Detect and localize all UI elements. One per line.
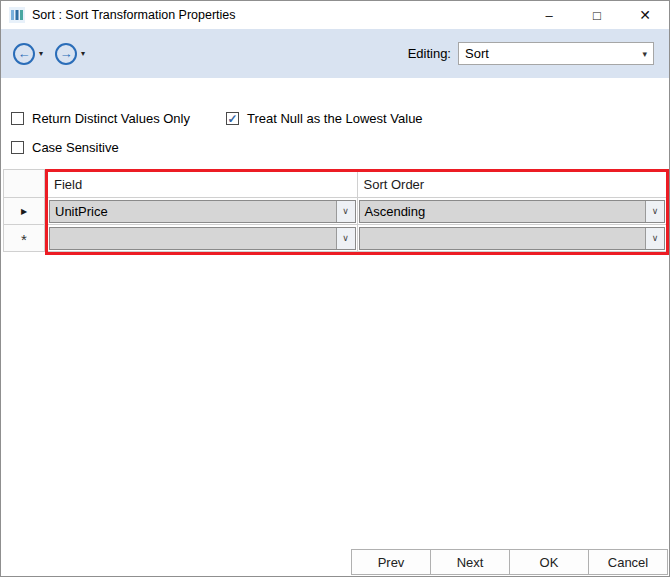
app-icon	[9, 7, 25, 23]
close-button[interactable]: ✕	[621, 1, 669, 29]
chevron-down-icon: ▾	[642, 49, 647, 59]
grid-new-row: ∨ ∨	[48, 225, 666, 252]
maximize-button[interactable]: □	[573, 1, 621, 29]
current-row-marker-icon: ▶	[21, 207, 27, 216]
checkbox-box[interactable]	[11, 141, 24, 154]
forward-arrow-icon: →	[60, 47, 73, 60]
back-arrow-icon: ←	[18, 47, 31, 60]
treat-null-label: Treat Null as the Lowest Value	[247, 111, 423, 126]
forward-dropdown-caret-icon[interactable]: ▾	[81, 49, 85, 58]
ok-button[interactable]: OK	[509, 549, 589, 575]
field-cell-row1: UnitPrice ∨	[48, 198, 358, 225]
editing-label: Editing:	[408, 46, 451, 61]
sort-order-cell-row2: ∨	[358, 225, 667, 252]
case-sensitive-label: Case Sensitive	[32, 140, 119, 155]
editing-combobox-value: Sort	[465, 46, 489, 61]
row-selector-column: ▶ *	[3, 169, 45, 252]
return-distinct-label: Return Distinct Values Only	[32, 111, 190, 126]
forward-button[interactable]: →	[55, 43, 77, 65]
editing-combobox[interactable]: Sort ▾	[458, 42, 654, 65]
editing-group: Editing: Sort ▾	[408, 42, 657, 65]
titlebar: Sort : Sort Transformation Properties – …	[1, 1, 669, 29]
sort-order-cell-row1: Ascending ∨	[358, 198, 667, 225]
case-sensitive-checkbox[interactable]: Case Sensitive	[11, 140, 119, 155]
minimize-button[interactable]: –	[525, 1, 573, 29]
grid-corner-cell[interactable]	[3, 169, 45, 198]
sort-order-combo-row1-value: Ascending	[360, 204, 646, 219]
navigation-group: ← ▾ → ▾	[13, 43, 97, 65]
back-dropdown-caret-icon[interactable]: ▾	[39, 49, 43, 58]
checkbox-box[interactable]	[11, 112, 24, 125]
field-combo-row1[interactable]: UnitPrice ∨	[49, 200, 356, 223]
sort-order-combo-row2[interactable]: ∨	[359, 227, 666, 250]
sort-order-combo-row1[interactable]: Ascending ∨	[359, 200, 666, 223]
field-cell-row2: ∨	[48, 225, 358, 252]
column-header-sort-order[interactable]: Sort Order	[358, 172, 667, 198]
dropdown-arrow-icon[interactable]: ∨	[336, 228, 355, 249]
dropdown-arrow-icon[interactable]: ∨	[336, 201, 355, 222]
new-row-marker-icon: *	[21, 231, 27, 248]
return-distinct-checkbox[interactable]: Return Distinct Values Only	[11, 111, 190, 126]
footer-buttons: Prev Next OK Cancel	[352, 549, 668, 575]
column-header-field[interactable]: Field	[48, 172, 358, 198]
sort-properties-dialog: Sort : Sort Transformation Properties – …	[0, 0, 670, 577]
field-combo-row2[interactable]: ∨	[49, 227, 356, 250]
window-title: Sort : Sort Transformation Properties	[32, 8, 236, 22]
next-button[interactable]: Next	[430, 549, 510, 575]
dropdown-arrow-icon[interactable]: ∨	[645, 228, 664, 249]
back-button[interactable]: ←	[13, 43, 35, 65]
grid-data-row: UnitPrice ∨ Ascending ∨	[48, 198, 666, 225]
field-combo-row1-value: UnitPrice	[50, 204, 336, 219]
caption-buttons: – □ ✕	[525, 1, 669, 29]
sort-grid: ▶ * Field Sort Order UnitPrice ∨	[3, 169, 669, 255]
cancel-button[interactable]: Cancel	[588, 549, 668, 575]
checkbox-box-checked[interactable]: ✓	[226, 112, 239, 125]
grid-highlighted-area: Field Sort Order UnitPrice ∨ Ascending ∨	[45, 169, 669, 255]
toolbar: ← ▾ → ▾ Editing: Sort ▾	[1, 29, 669, 78]
treat-null-checkbox[interactable]: ✓ Treat Null as the Lowest Value	[226, 111, 423, 126]
prev-button[interactable]: Prev	[351, 549, 431, 575]
dropdown-arrow-icon[interactable]: ∨	[645, 201, 664, 222]
grid-header-row: Field Sort Order	[48, 172, 666, 198]
row-selector-new[interactable]: *	[3, 225, 45, 252]
row-selector-current[interactable]: ▶	[3, 198, 45, 225]
